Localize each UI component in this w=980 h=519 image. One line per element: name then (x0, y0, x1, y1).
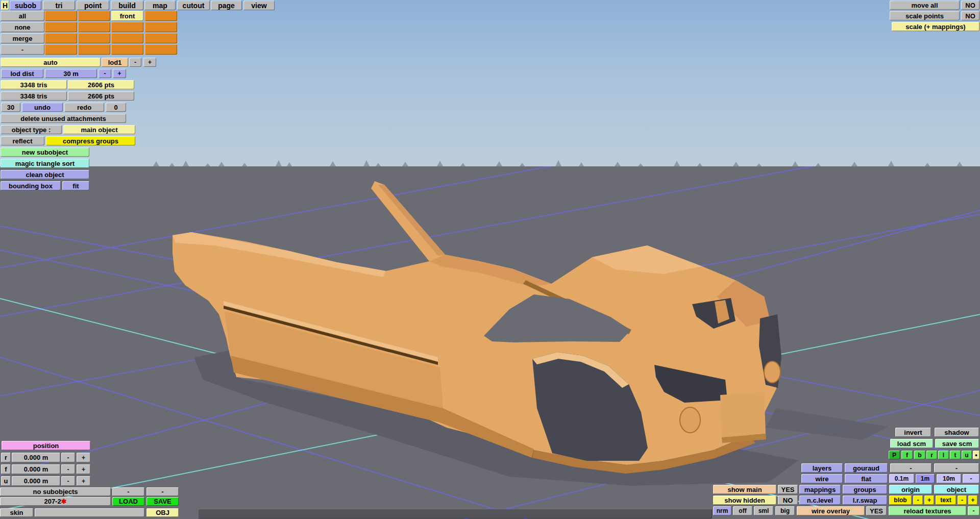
text-button[interactable]: text (936, 496, 956, 505)
grid-cell[interactable] (78, 22, 110, 32)
grid-size-dash-button[interactable]: - (963, 474, 979, 483)
position-r-value[interactable]: 0.000 m (12, 453, 60, 462)
show-hidden-toggle[interactable]: NO (778, 496, 798, 505)
menu-item-page[interactable]: page (211, 1, 242, 10)
show-main-button[interactable]: show main (713, 485, 776, 494)
position-u-plus-button[interactable]: + (77, 476, 90, 486)
flat-button[interactable]: flat (845, 474, 888, 483)
scale-points-button[interactable]: scale points (890, 11, 960, 20)
load-scm-button[interactable]: load scm (890, 439, 933, 448)
view-top-button[interactable]: t (950, 451, 961, 459)
wire-button[interactable]: wire (801, 474, 843, 483)
mappings-button[interactable]: mappings (799, 485, 841, 494)
delete-unused-attachments-button[interactable]: delete unused attachments (1, 114, 126, 123)
move-all-toggle[interactable]: NO (961, 1, 979, 10)
redo-button[interactable]: redo (64, 103, 104, 112)
wire-overlay-toggle[interactable]: YES (866, 506, 887, 515)
view-under-button[interactable]: u (962, 451, 972, 459)
menu-item-tri[interactable]: tri (43, 1, 75, 10)
grid-cell[interactable] (145, 11, 177, 21)
show-main-toggle[interactable]: YES (778, 485, 798, 494)
grid-cell[interactable] (45, 11, 77, 21)
grid-cell[interactable] (78, 33, 110, 43)
text-minus-button[interactable]: - (958, 496, 967, 505)
move-all-button[interactable]: move all (890, 1, 960, 10)
show-hidden-button[interactable]: show hidden (713, 496, 776, 505)
blob-minus-button[interactable]: - (913, 496, 923, 505)
lod-plus-button[interactable]: + (143, 58, 156, 67)
menu-item-point[interactable]: point (77, 1, 109, 10)
object-button[interactable]: object (934, 485, 979, 494)
nrm-sml-button[interactable]: sml (754, 506, 773, 515)
lod-dist-minus-button[interactable]: - (99, 69, 111, 78)
compress-groups-button[interactable]: compress groups (46, 136, 135, 145)
layers-dash-button[interactable]: - (890, 463, 932, 473)
viewport-3d[interactable] (0, 0, 980, 519)
save-scm-button[interactable]: save scm (935, 439, 979, 448)
view-perspective-button[interactable]: P (889, 451, 900, 459)
reflect-button[interactable]: reflect (1, 136, 44, 145)
object-type-value[interactable]: main object (63, 125, 135, 134)
menu-item-view[interactable]: view (243, 1, 275, 10)
lod-dist-plus-button[interactable]: + (113, 69, 126, 78)
select-all-button[interactable]: all (1, 11, 44, 21)
view-back-button[interactable]: b (914, 451, 925, 459)
position-f-minus-button[interactable]: - (61, 464, 75, 474)
grid-cell[interactable] (78, 11, 110, 21)
select-merge-button[interactable]: merge (1, 33, 44, 43)
wire-overlay-button[interactable]: wire overlay (797, 506, 865, 515)
view-dot-button[interactable]: ● (973, 451, 979, 459)
grid-cell-front[interactable]: front (111, 11, 143, 21)
menu-item-map[interactable]: map (144, 1, 176, 10)
skin-slot[interactable] (35, 508, 144, 517)
menu-item-build[interactable]: build (111, 1, 143, 10)
magic-triangle-sort-button[interactable]: magic triangle sort (1, 159, 89, 168)
save-button[interactable]: SAVE (146, 497, 179, 506)
lr-swap-button[interactable]: l.r.swap (843, 496, 887, 505)
lod-minus-button[interactable]: - (129, 58, 141, 67)
subobject-dash-button[interactable]: - (112, 487, 144, 496)
lod-dist-value[interactable]: 30 m (45, 69, 97, 78)
grid-cell[interactable] (111, 22, 143, 32)
subobject-dash-button-2[interactable]: - (146, 487, 179, 496)
grid-cell[interactable] (145, 33, 177, 43)
nrm-big-button[interactable]: big (775, 506, 795, 515)
view-front-button[interactable]: f (901, 451, 913, 459)
lod-auto-button[interactable]: auto (1, 58, 101, 67)
undo-button[interactable]: undo (22, 103, 63, 112)
scale-mappings-button[interactable]: scale (+ mappings) (892, 22, 979, 31)
invert-button[interactable]: invert (895, 428, 931, 437)
nc-level-button[interactable]: n.c.level (799, 496, 841, 505)
file-name[interactable]: 207-2✱ (0, 497, 111, 506)
grid-size-10m-button[interactable]: 10m (937, 474, 961, 483)
layers-button[interactable]: layers (801, 463, 843, 473)
clean-object-button[interactable]: clean object (1, 170, 89, 179)
load-button[interactable]: LOAD (112, 497, 144, 506)
grid-cell[interactable] (45, 44, 77, 55)
grid-cell[interactable] (111, 33, 143, 43)
blob-plus-button[interactable]: + (924, 496, 934, 505)
groups-button[interactable]: groups (843, 485, 887, 494)
position-f-value[interactable]: 0.000 m (12, 464, 60, 474)
new-subobject-button[interactable]: new subobject (1, 147, 89, 157)
reload-textures-dash-button[interactable]: - (968, 506, 979, 515)
view-right-button[interactable]: r (926, 451, 937, 459)
position-u-value[interactable]: 0.000 m (12, 476, 60, 486)
text-plus-button[interactable]: + (968, 496, 977, 505)
select-dash-button[interactable]: - (1, 44, 44, 55)
position-f-plus-button[interactable]: + (77, 464, 90, 474)
grid-cell[interactable] (111, 44, 143, 55)
grid-cell[interactable] (45, 33, 77, 43)
menu-item-h[interactable]: H (1, 1, 9, 10)
nrm-button[interactable]: nrm (713, 506, 731, 515)
select-none-button[interactable]: none (1, 22, 44, 32)
skin-button[interactable]: skin (0, 508, 33, 517)
reload-textures-button[interactable]: reload textures (889, 506, 966, 515)
position-r-plus-button[interactable]: + (77, 453, 90, 462)
position-r-minus-button[interactable]: - (61, 453, 75, 462)
origin-button[interactable]: origin (889, 485, 932, 494)
grid-cell[interactable] (145, 22, 177, 32)
scale-points-toggle[interactable]: NO (961, 11, 979, 20)
grid-cell[interactable] (45, 22, 77, 32)
lod1-button[interactable]: lod1 (102, 58, 128, 67)
